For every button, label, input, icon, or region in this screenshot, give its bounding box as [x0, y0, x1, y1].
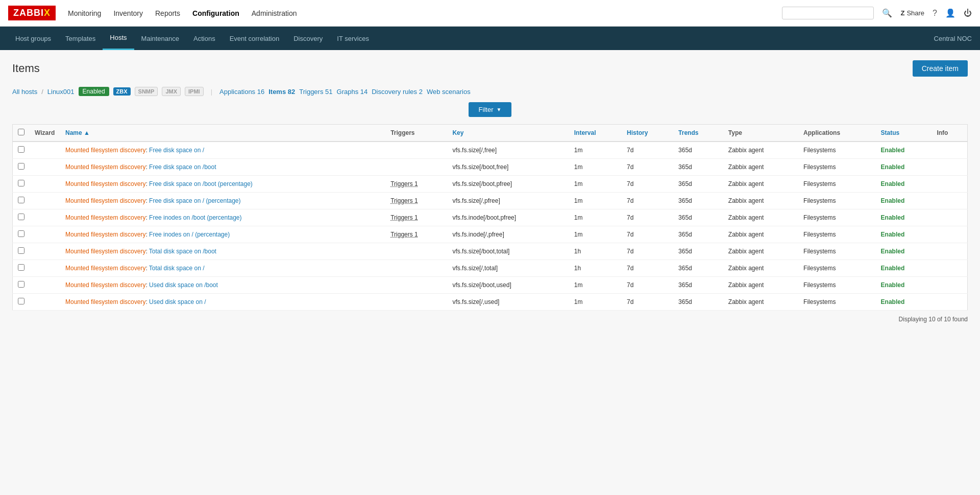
- nav-monitoring[interactable]: Monitoring: [68, 9, 101, 17]
- cell-history: 7d: [622, 176, 673, 193]
- discovery-link[interactable]: Mounted filesystem discovery: [65, 281, 145, 289]
- row-checkbox-0[interactable]: [18, 146, 24, 153]
- power-icon[interactable]: ⏻: [964, 9, 972, 18]
- subnav-actions[interactable]: Actions: [186, 27, 223, 50]
- trigger-link[interactable]: Triggers 1: [390, 231, 418, 238]
- search-icon[interactable]: 🔍: [882, 8, 892, 18]
- all-hosts-link[interactable]: All hosts: [12, 88, 37, 96]
- help-icon[interactable]: ?: [933, 9, 937, 18]
- subnav-templates[interactable]: Templates: [58, 27, 103, 50]
- tab-web-scenarios[interactable]: Web scenarios: [427, 88, 471, 96]
- subnav-it-services[interactable]: IT services: [330, 27, 376, 50]
- subnav-host-groups[interactable]: Host groups: [8, 27, 58, 50]
- tab-triggers[interactable]: Triggers 51: [299, 88, 332, 96]
- cell-info: [932, 193, 967, 209]
- item-name-link[interactable]: Total disk space on /: [149, 265, 205, 272]
- tab-discovery-rules[interactable]: Discovery rules 2: [372, 88, 423, 96]
- col-history: History: [622, 125, 673, 142]
- tab-graphs[interactable]: Graphs 14: [337, 88, 368, 96]
- item-name-link[interactable]: Free disk space on /: [149, 147, 204, 154]
- row-checkbox-5[interactable]: [18, 230, 24, 237]
- discovery-link[interactable]: Mounted filesystem discovery: [65, 231, 145, 238]
- protocol-jmx[interactable]: JMX: [162, 87, 181, 96]
- row-checkbox-7[interactable]: [18, 264, 24, 271]
- filter-button[interactable]: Filter ▼: [469, 102, 512, 117]
- cell-history: 7d: [622, 226, 673, 243]
- row-checkbox-3[interactable]: [18, 197, 24, 203]
- col-wizard: Wizard: [30, 125, 60, 142]
- discovery-link[interactable]: Mounted filesystem discovery: [65, 163, 145, 171]
- cell-trends: 365d: [673, 176, 723, 193]
- tab-applications[interactable]: Applications 16: [219, 88, 264, 96]
- discovery-link[interactable]: Mounted filesystem discovery: [65, 298, 145, 305]
- footer-count: Displaying 10 of 10 found: [899, 316, 968, 323]
- cell-trends: 365d: [673, 142, 723, 159]
- cell-interval: 1m: [569, 277, 622, 294]
- discovery-link[interactable]: Mounted filesystem discovery: [65, 180, 145, 187]
- subnav-event-correlation[interactable]: Event correlation: [223, 27, 287, 50]
- cell-interval: 1h: [569, 243, 622, 260]
- row-checkbox-4[interactable]: [18, 214, 24, 220]
- protocol-zbx[interactable]: ZBX: [113, 87, 131, 96]
- item-name-link[interactable]: Free disk space on /boot: [149, 163, 216, 171]
- cell-type: Zabbix agent: [723, 243, 798, 260]
- cell-info: [932, 142, 967, 159]
- user-icon[interactable]: 👤: [945, 8, 955, 18]
- host-link[interactable]: Linux001: [47, 88, 75, 96]
- item-name-link[interactable]: Used disk space on /: [149, 298, 206, 305]
- item-name-link[interactable]: Free inodes on /boot (percentage): [149, 214, 241, 221]
- search-input[interactable]: [782, 7, 874, 19]
- cell-wizard: [30, 226, 60, 243]
- cell-interval: 1m: [569, 226, 622, 243]
- item-name-link[interactable]: Used disk space on /boot: [149, 281, 218, 289]
- discovery-link[interactable]: Mounted filesystem discovery: [65, 248, 145, 255]
- trigger-link[interactable]: Triggers 1: [390, 197, 418, 204]
- nav-reports[interactable]: Reports: [155, 9, 180, 17]
- sort-name-link[interactable]: Name ▲: [65, 129, 90, 136]
- item-name-link[interactable]: Total disk space on /boot: [149, 248, 216, 255]
- nav-configuration[interactable]: Configuration: [192, 9, 239, 17]
- discovery-link[interactable]: Mounted filesystem discovery: [65, 147, 145, 154]
- cell-applications: Filesystems: [798, 243, 876, 260]
- subnav-maintenance[interactable]: Maintenance: [134, 27, 186, 50]
- create-item-button[interactable]: Create item: [913, 60, 968, 77]
- item-name-link[interactable]: Free disk space on / (percentage): [149, 197, 240, 204]
- subnav-discovery[interactable]: Discovery: [286, 27, 330, 50]
- protocol-ipmi[interactable]: IPMI: [185, 87, 204, 96]
- trigger-link[interactable]: Triggers 1: [390, 214, 418, 221]
- item-name-link[interactable]: Free inodes on / (percentage): [149, 231, 230, 238]
- subnav-hosts[interactable]: Hosts: [103, 27, 134, 50]
- cell-name: Mounted filesystem discovery: Used disk …: [60, 277, 385, 294]
- row-checkbox-6[interactable]: [18, 247, 24, 254]
- cell-name: Mounted filesystem discovery: Total disk…: [60, 260, 385, 277]
- row-checkbox-1[interactable]: [18, 163, 24, 170]
- cell-applications: Filesystems: [798, 260, 876, 277]
- cell-trends: 365d: [673, 260, 723, 277]
- protocol-snmp[interactable]: SNMP: [135, 87, 158, 96]
- cell-wizard: [30, 243, 60, 260]
- row-checkbox-9[interactable]: [18, 298, 24, 304]
- tab-items[interactable]: Items 82: [268, 88, 295, 96]
- cell-type: Zabbix agent: [723, 159, 798, 176]
- discovery-link[interactable]: Mounted filesystem discovery: [65, 214, 145, 221]
- cell-applications: Filesystems: [798, 226, 876, 243]
- nav-inventory[interactable]: Inventory: [113, 9, 143, 17]
- nav-administration[interactable]: Administration: [252, 9, 297, 17]
- select-all-checkbox[interactable]: [18, 129, 24, 135]
- cell-applications: Filesystems: [798, 176, 876, 193]
- logo[interactable]: ZABBIX: [8, 6, 56, 20]
- cell-status: Enabled: [876, 294, 932, 311]
- item-name-link[interactable]: Free disk space on /boot (percentage): [149, 180, 253, 187]
- col-interval: Interval: [569, 125, 622, 142]
- trigger-link[interactable]: Triggers 1: [390, 180, 418, 187]
- row-checkbox-2[interactable]: [18, 180, 24, 186]
- share-button[interactable]: Z Share: [900, 9, 924, 17]
- discovery-link[interactable]: Mounted filesystem discovery: [65, 197, 145, 204]
- col-name[interactable]: Name ▲: [60, 125, 385, 142]
- discovery-link[interactable]: Mounted filesystem discovery: [65, 265, 145, 272]
- top-navigation: ZABBIX Monitoring Inventory Reports Conf…: [0, 0, 980, 27]
- table-row: Mounted filesystem discovery: Free disk …: [13, 142, 968, 159]
- table-row: Mounted filesystem discovery: Total disk…: [13, 260, 968, 277]
- row-checkbox-8[interactable]: [18, 281, 24, 288]
- status-badge: Enabled: [881, 281, 905, 289]
